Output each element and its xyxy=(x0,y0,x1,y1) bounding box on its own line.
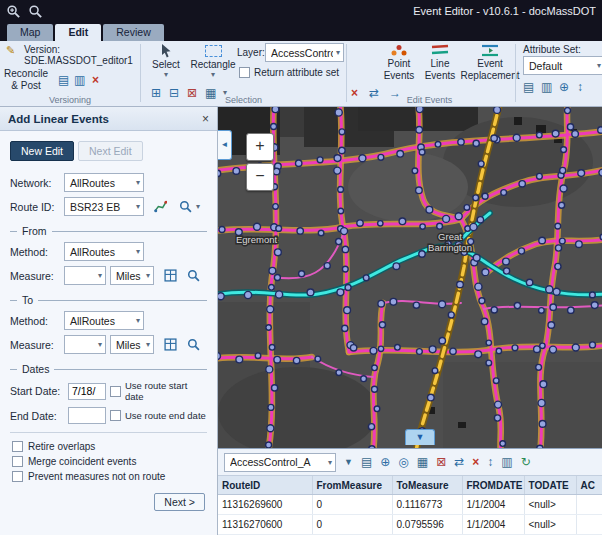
use-route-end-checkbox[interactable] xyxy=(110,410,121,421)
rectangle-tool-button[interactable]: Rectangle ▾ xyxy=(189,43,237,79)
select-tool-button[interactable]: Select ▾ xyxy=(149,43,183,79)
to-method-select[interactable]: AllRoutes ▾ xyxy=(64,311,144,330)
retire-overlaps-checkbox[interactable] xyxy=(12,441,23,452)
options-icon[interactable]: ▤ xyxy=(361,456,372,468)
attribute-set-select[interactable]: Default ▾ xyxy=(523,56,602,75)
attribute-doc-icon[interactable]: ▤ xyxy=(523,81,534,93)
from-units-select[interactable]: Miles ▾ xyxy=(110,266,154,285)
retire-overlaps-label: Retire overlaps xyxy=(28,441,95,452)
attribute-target-icon[interactable]: ⊕ xyxy=(559,81,569,93)
to-measure-label: Measure: xyxy=(10,339,60,351)
layer-select[interactable]: AccessControl_A ▾ xyxy=(265,43,344,62)
select-cursor-icon xyxy=(158,43,174,59)
column-header[interactable]: AC xyxy=(576,476,602,495)
table-layer-select[interactable]: AccessControl_A ▾ xyxy=(224,453,336,472)
from-measure-table-icon[interactable] xyxy=(164,269,177,282)
switch-selection-icon[interactable]: ⇄ xyxy=(454,456,464,468)
collapse-panel-icon[interactable]: ◄ xyxy=(218,130,232,160)
zoom-in-button[interactable]: + xyxy=(246,133,274,161)
table-row[interactable]: 11316269600 0 0.1116773 1/1/2004 <null> xyxy=(218,495,602,515)
prevent-measures-checkbox[interactable] xyxy=(12,471,23,482)
show-selected-records-icon[interactable]: ▦ xyxy=(417,456,428,468)
pan-to-selection-icon[interactable]: ◎ xyxy=(398,456,408,468)
zoom-to-selection-icon[interactable]: ⊕ xyxy=(380,456,390,468)
sort-icon[interactable]: ↕ xyxy=(487,456,493,468)
delete-rows-icon[interactable]: × xyxy=(472,456,479,468)
from-measure-select[interactable]: ▾ xyxy=(64,266,106,285)
from-method-select[interactable]: AllRoutes ▾ xyxy=(64,242,144,261)
next-button[interactable]: Next > xyxy=(154,493,205,511)
to-measure-zoom-icon[interactable] xyxy=(187,338,200,351)
new-edit-button[interactable]: New Edit xyxy=(10,141,74,161)
attribute-sort-icon[interactable]: ↕ xyxy=(577,81,583,93)
chevron-down-icon: ▾ xyxy=(136,178,140,187)
route-id-select[interactable]: BSR23 EB ▾ xyxy=(64,197,144,216)
return-attribute-set-checkbox[interactable] xyxy=(239,67,250,78)
network-label: Network: xyxy=(10,177,60,189)
chevron-down-icon: ▾ xyxy=(146,271,150,280)
edit-version-icon[interactable]: ✎ xyxy=(6,45,15,56)
network-select[interactable]: AllRoutes ▾ xyxy=(64,173,144,192)
to-measure-table-icon[interactable] xyxy=(164,338,177,351)
delete-version-icon[interactable]: × xyxy=(92,74,99,86)
dates-section-label: Dates xyxy=(22,363,49,375)
to-measure-select[interactable]: ▾ xyxy=(64,335,106,354)
version-value: SDE.MASSDOT_editor1 xyxy=(24,55,133,66)
select-dropdown-caret[interactable]: ▾ xyxy=(164,71,168,79)
panel-header: Add Linear Events × xyxy=(0,107,217,131)
close-icon[interactable]: × xyxy=(202,113,209,125)
map-canvas[interactable]: Egremont Great Barrington xyxy=(218,107,602,448)
chevron-down-icon: ▾ xyxy=(136,247,140,256)
zoom-out-button[interactable]: − xyxy=(246,163,274,191)
columns-icon[interactable]: ▥ xyxy=(501,456,512,468)
chevron-down-icon: ▾ xyxy=(328,458,332,467)
use-route-start-label: Use route start date xyxy=(125,380,207,402)
column-header[interactable]: FROMDATE xyxy=(462,476,524,495)
end-date-input[interactable] xyxy=(68,407,106,424)
column-header[interactable]: RouteID xyxy=(218,476,312,495)
table-row[interactable]: 11316270600 0 0.0795596 1/1/2004 <null> xyxy=(218,515,602,535)
route-picker-icon[interactable] xyxy=(154,200,167,213)
to-units-select[interactable]: Miles ▾ xyxy=(110,335,154,354)
event-replacement-button[interactable]: Event Replacement xyxy=(461,43,519,81)
from-measure-zoom-icon[interactable] xyxy=(187,269,200,282)
post-icon[interactable]: ▤ xyxy=(58,74,69,86)
map-label-egremont: Egremont xyxy=(236,234,278,245)
group-selection: Select ▾ Rectangle ▾ Layer: AccessContro… xyxy=(141,41,346,106)
tab-edit[interactable]: Edit xyxy=(55,24,101,41)
from-method-label: Method: xyxy=(10,246,60,258)
column-header[interactable]: TODATE xyxy=(524,476,576,495)
group-edit-events: Point Events Line Events Event Replaceme… xyxy=(347,41,602,106)
clear-table-selection-icon[interactable]: ⊠ xyxy=(436,456,446,468)
search-icon[interactable] xyxy=(28,4,43,19)
attribute-table-toolbar: AccessControl_A ▾ ▼ ▤ ⊕ ◎ ▦ ⊠ ⇄ × ↕ ▥ ↻ xyxy=(218,449,602,476)
zoom-in-tool-icon[interactable] xyxy=(6,4,21,19)
column-header[interactable]: FromMeasure xyxy=(312,476,392,495)
rectangle-dropdown-caret[interactable]: ▾ xyxy=(211,71,215,79)
attribute-doc2-icon[interactable]: ▥ xyxy=(541,81,552,93)
refresh-icon[interactable]: ↻ xyxy=(521,456,531,468)
merge-coincident-checkbox[interactable] xyxy=(12,456,23,467)
tab-review[interactable]: Review xyxy=(103,24,163,41)
use-route-end-label: Use route end date xyxy=(125,410,206,421)
end-date-label: End Date: xyxy=(10,410,64,422)
ribbon: ✎ Version: SDE.MASSDOT_editor1 Reconcile… xyxy=(0,41,602,107)
line-events-button[interactable]: Line Events xyxy=(421,43,459,81)
tab-map[interactable]: Map xyxy=(7,24,53,41)
point-events-button[interactable]: Point Events xyxy=(379,43,419,81)
zoom-to-route-icon[interactable] xyxy=(179,200,192,213)
event-replacement-icon xyxy=(480,43,500,58)
filter-icon[interactable]: ▼ xyxy=(344,458,353,467)
line-events-icon xyxy=(431,43,449,58)
start-date-input[interactable] xyxy=(68,383,106,400)
collapse-table-icon[interactable]: ▼ xyxy=(405,429,435,445)
next-edit-button: Next Edit xyxy=(78,141,143,161)
to-method-label: Method: xyxy=(10,315,60,327)
layer-label: Layer: xyxy=(237,47,265,58)
reconcile-post-button[interactable]: Reconcile & Post xyxy=(2,68,50,91)
use-route-start-checkbox[interactable] xyxy=(110,386,121,397)
column-header[interactable]: ToMeasure xyxy=(392,476,462,495)
reconcile-icon[interactable]: ▥ xyxy=(74,74,85,86)
zoom-menu-caret[interactable]: ▾ xyxy=(196,203,200,211)
chevron-down-icon: ▾ xyxy=(146,340,150,349)
